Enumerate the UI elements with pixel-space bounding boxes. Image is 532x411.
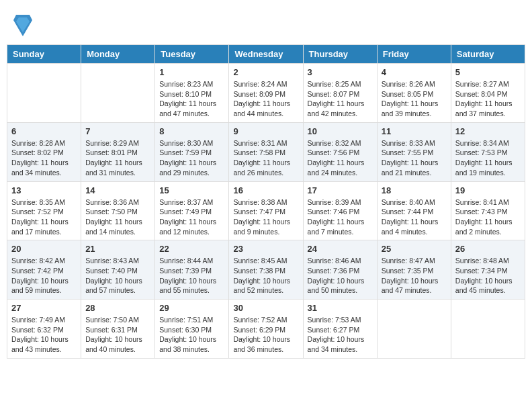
day-number: 20 <box>11 244 77 254</box>
weekday-header-thursday: Thursday <box>303 45 377 64</box>
day-detail: Sunrise: 8:47 AMSunset: 7:35 PMDaylight:… <box>382 256 447 295</box>
weekday-header-friday: Friday <box>377 45 451 64</box>
calendar-cell: 14Sunrise: 8:36 AMSunset: 7:50 PMDayligh… <box>81 181 155 240</box>
calendar-cell: 8Sunrise: 8:30 AMSunset: 7:59 PMDaylight… <box>155 122 229 181</box>
calendar-cell: 26Sunrise: 8:48 AMSunset: 7:34 PMDayligh… <box>451 240 525 300</box>
day-detail: Sunrise: 8:36 AMSunset: 7:50 PMDaylight:… <box>85 197 150 237</box>
calendar-week-4: 20Sunrise: 8:42 AMSunset: 7:42 PMDayligh… <box>7 240 525 300</box>
day-detail: Sunrise: 8:37 AMSunset: 7:49 PMDaylight:… <box>159 197 224 237</box>
day-detail: Sunrise: 8:33 AMSunset: 7:55 PMDaylight:… <box>382 138 447 178</box>
day-detail: Sunrise: 8:40 AMSunset: 7:44 PMDaylight:… <box>382 197 447 237</box>
day-number: 19 <box>455 185 521 195</box>
day-detail: Sunrise: 8:24 AMSunset: 8:09 PMDaylight:… <box>233 79 298 119</box>
calendar-cell: 4Sunrise: 8:26 AMSunset: 8:05 PMDaylight… <box>377 64 451 123</box>
page-header <box>7 7 525 41</box>
day-detail: Sunrise: 7:50 AMSunset: 6:31 PMDaylight:… <box>85 315 150 355</box>
day-detail: Sunrise: 8:45 AMSunset: 7:38 PMDaylight:… <box>233 256 298 295</box>
day-detail: Sunrise: 8:42 AMSunset: 7:42 PMDaylight:… <box>11 256 77 295</box>
calendar-cell: 29Sunrise: 7:51 AMSunset: 6:30 PMDayligh… <box>155 300 229 359</box>
calendar-table: SundayMondayTuesdayWednesdayThursdayFrid… <box>7 44 525 359</box>
calendar-cell: 27Sunrise: 7:49 AMSunset: 6:32 PMDayligh… <box>7 300 81 359</box>
day-number: 13 <box>11 185 77 195</box>
calendar-cell: 25Sunrise: 8:47 AMSunset: 7:35 PMDayligh… <box>377 240 451 300</box>
calendar-cell: 22Sunrise: 8:44 AMSunset: 7:39 PMDayligh… <box>155 240 229 300</box>
day-number: 5 <box>455 67 521 77</box>
day-detail: Sunrise: 8:46 AMSunset: 7:36 PMDaylight:… <box>308 256 373 295</box>
day-detail: Sunrise: 8:23 AMSunset: 8:10 PMDaylight:… <box>159 79 224 119</box>
day-number: 9 <box>233 126 298 136</box>
day-number: 4 <box>382 67 447 77</box>
day-number: 11 <box>382 126 447 136</box>
calendar-cell: 1Sunrise: 8:23 AMSunset: 8:10 PMDaylight… <box>155 64 229 123</box>
day-detail: Sunrise: 7:49 AMSunset: 6:32 PMDaylight:… <box>11 315 77 355</box>
day-number: 10 <box>308 126 373 136</box>
day-detail: Sunrise: 8:30 AMSunset: 7:59 PMDaylight:… <box>159 138 224 178</box>
day-number: 27 <box>11 303 77 313</box>
calendar-cell <box>81 64 155 123</box>
day-detail: Sunrise: 7:53 AMSunset: 6:27 PMDaylight:… <box>308 315 373 355</box>
day-number: 17 <box>308 185 373 195</box>
day-detail: Sunrise: 8:26 AMSunset: 8:05 PMDaylight:… <box>382 79 447 119</box>
calendar-cell: 28Sunrise: 7:50 AMSunset: 6:31 PMDayligh… <box>81 300 155 359</box>
calendar-cell: 12Sunrise: 8:34 AMSunset: 7:53 PMDayligh… <box>451 122 525 181</box>
calendar-cell: 10Sunrise: 8:32 AMSunset: 7:56 PMDayligh… <box>303 122 377 181</box>
calendar-cell: 11Sunrise: 8:33 AMSunset: 7:55 PMDayligh… <box>377 122 451 181</box>
calendar-week-2: 6Sunrise: 8:28 AMSunset: 8:02 PMDaylight… <box>7 122 525 181</box>
day-detail: Sunrise: 8:48 AMSunset: 7:34 PMDaylight:… <box>455 256 521 295</box>
day-detail: Sunrise: 8:32 AMSunset: 7:56 PMDaylight:… <box>308 138 373 178</box>
logo <box>13 13 32 38</box>
calendar-cell: 19Sunrise: 8:41 AMSunset: 7:43 PMDayligh… <box>451 181 525 240</box>
day-number: 1 <box>159 67 224 77</box>
day-number: 25 <box>382 244 447 254</box>
calendar-cell: 15Sunrise: 8:37 AMSunset: 7:49 PMDayligh… <box>155 181 229 240</box>
day-detail: Sunrise: 7:51 AMSunset: 6:30 PMDaylight:… <box>159 315 224 355</box>
day-number: 12 <box>455 126 521 136</box>
day-detail: Sunrise: 8:34 AMSunset: 7:53 PMDaylight:… <box>455 138 521 178</box>
day-detail: Sunrise: 8:31 AMSunset: 7:58 PMDaylight:… <box>233 138 298 178</box>
weekday-header-sunday: Sunday <box>7 45 81 64</box>
day-detail: Sunrise: 8:38 AMSunset: 7:47 PMDaylight:… <box>233 197 298 237</box>
day-number: 6 <box>11 126 77 136</box>
day-detail: Sunrise: 8:29 AMSunset: 8:01 PMDaylight:… <box>85 138 150 178</box>
calendar-cell <box>451 300 525 359</box>
day-number: 14 <box>85 185 150 195</box>
day-number: 28 <box>85 303 150 313</box>
calendar-cell: 18Sunrise: 8:40 AMSunset: 7:44 PMDayligh… <box>377 181 451 240</box>
calendar-week-1: 1Sunrise: 8:23 AMSunset: 8:10 PMDaylight… <box>7 64 525 123</box>
day-number: 26 <box>455 244 521 254</box>
calendar-cell: 5Sunrise: 8:27 AMSunset: 8:04 PMDaylight… <box>451 64 525 123</box>
weekday-header-tuesday: Tuesday <box>155 45 229 64</box>
day-detail: Sunrise: 8:28 AMSunset: 8:02 PMDaylight:… <box>11 138 77 178</box>
day-number: 31 <box>308 303 373 313</box>
calendar-cell: 31Sunrise: 7:53 AMSunset: 6:27 PMDayligh… <box>303 300 377 359</box>
day-number: 21 <box>85 244 150 254</box>
day-detail: Sunrise: 8:43 AMSunset: 7:40 PMDaylight:… <box>85 256 150 295</box>
weekday-header-saturday: Saturday <box>451 45 525 64</box>
day-number: 18 <box>382 185 447 195</box>
day-number: 22 <box>159 244 224 254</box>
calendar-cell: 23Sunrise: 8:45 AMSunset: 7:38 PMDayligh… <box>229 240 303 300</box>
day-number: 7 <box>85 126 150 136</box>
calendar-cell: 7Sunrise: 8:29 AMSunset: 8:01 PMDaylight… <box>81 122 155 181</box>
calendar-cell: 20Sunrise: 8:42 AMSunset: 7:42 PMDayligh… <box>7 240 81 300</box>
weekday-header-monday: Monday <box>81 45 155 64</box>
calendar-cell <box>377 300 451 359</box>
day-detail: Sunrise: 8:35 AMSunset: 7:52 PMDaylight:… <box>11 197 77 237</box>
day-number: 15 <box>159 185 224 195</box>
day-number: 23 <box>233 244 298 254</box>
calendar-cell: 3Sunrise: 8:25 AMSunset: 8:07 PMDaylight… <box>303 64 377 123</box>
calendar-cell: 24Sunrise: 8:46 AMSunset: 7:36 PMDayligh… <box>303 240 377 300</box>
calendar-cell: 6Sunrise: 8:28 AMSunset: 8:02 PMDaylight… <box>7 122 81 181</box>
day-detail: Sunrise: 8:39 AMSunset: 7:46 PMDaylight:… <box>308 197 373 237</box>
day-number: 16 <box>233 185 298 195</box>
day-detail: Sunrise: 8:27 AMSunset: 8:04 PMDaylight:… <box>455 79 521 119</box>
calendar-cell: 9Sunrise: 8:31 AMSunset: 7:58 PMDaylight… <box>229 122 303 181</box>
day-detail: Sunrise: 8:41 AMSunset: 7:43 PMDaylight:… <box>455 197 521 237</box>
calendar-cell: 21Sunrise: 8:43 AMSunset: 7:40 PMDayligh… <box>81 240 155 300</box>
calendar-cell: 13Sunrise: 8:35 AMSunset: 7:52 PMDayligh… <box>7 181 81 240</box>
day-detail: Sunrise: 8:44 AMSunset: 7:39 PMDaylight:… <box>159 256 224 295</box>
calendar-cell <box>7 64 81 123</box>
day-number: 30 <box>233 303 298 313</box>
calendar-week-3: 13Sunrise: 8:35 AMSunset: 7:52 PMDayligh… <box>7 181 525 240</box>
day-number: 2 <box>233 67 298 77</box>
